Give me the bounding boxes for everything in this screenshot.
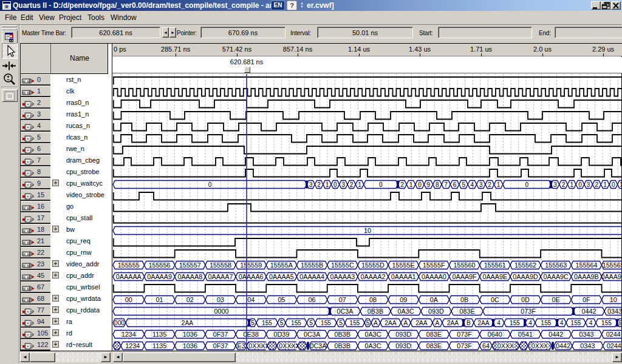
svg-text:0442: 0442	[549, 331, 563, 338]
svg-text:5: 5	[366, 320, 370, 326]
svg-text:0B: 0B	[460, 296, 468, 303]
svg-text:0XXX: 0XXX	[248, 342, 265, 349]
svg-text:0C3A: 0C3A	[310, 342, 327, 349]
svg-text:9: 9	[427, 181, 431, 188]
svg-text:0442: 0442	[556, 342, 570, 349]
svg-text:0D39: 0D39	[273, 331, 289, 338]
svg-text:2: 2	[562, 181, 566, 188]
svg-text:155: 155	[571, 320, 581, 326]
svg-text:4: 4	[528, 320, 532, 326]
svg-text:155555: 155555	[118, 261, 140, 269]
svg-text:01: 01	[156, 296, 163, 303]
svg-text:A: A	[436, 320, 440, 326]
svg-text:0E38: 0E38	[244, 331, 259, 338]
svg-text:073F: 073F	[457, 342, 472, 349]
svg-text:15555A: 15555A	[270, 261, 293, 269]
svg-text:0XXX: 0XXX	[279, 342, 296, 349]
svg-text:155565: 155565	[603, 261, 622, 269]
svg-text:155: 155	[291, 320, 301, 326]
svg-text:0: 0	[418, 181, 422, 188]
svg-text:1036: 1036	[183, 331, 197, 338]
svg-text:155556: 155556	[149, 261, 171, 269]
svg-text:0: 0	[525, 181, 529, 188]
svg-text:073F: 073F	[521, 308, 536, 315]
svg-text:2AA: 2AA	[447, 320, 459, 326]
svg-text:0: 0	[333, 181, 337, 188]
svg-text:0AAAA2: 0AAAA2	[361, 273, 386, 280]
svg-text:0AAAA7: 0AAAA7	[208, 273, 233, 280]
svg-text:15555C: 15555C	[331, 261, 354, 269]
svg-text:2AA: 2AA	[182, 320, 193, 326]
svg-text:2AA: 2AA	[415, 320, 427, 326]
svg-text:0F: 0F	[583, 296, 590, 303]
svg-text:04: 04	[247, 296, 255, 303]
svg-text:1: 1	[326, 181, 329, 188]
svg-text:0343: 0343	[580, 342, 595, 349]
svg-text:0640: 0640	[488, 331, 502, 338]
svg-text:0AAA9A: 0AAA9A	[601, 273, 622, 280]
svg-text:2AA: 2AA	[477, 320, 489, 326]
svg-text:09: 09	[400, 296, 407, 303]
svg-text:10: 10	[364, 227, 371, 234]
svg-text:155: 155	[510, 320, 520, 326]
svg-text:06: 06	[309, 296, 316, 303]
svg-text:0AAA9C: 0AAA9C	[543, 273, 569, 280]
svg-text:155564: 155564	[575, 261, 597, 269]
svg-text:0244: 0244	[607, 342, 621, 349]
svg-text:3: 3	[553, 181, 557, 188]
svg-text:155: 155	[350, 320, 360, 326]
svg-text:A: A	[374, 320, 378, 326]
svg-text:5: 5	[280, 320, 284, 326]
svg-text:5: 5	[309, 320, 313, 326]
svg-text:3: 3	[587, 181, 590, 188]
svg-text:4: 4	[471, 181, 474, 188]
svg-text:0: 0	[208, 181, 212, 188]
svg-text:2: 2	[400, 181, 404, 188]
svg-text:155562: 155562	[514, 261, 536, 269]
svg-text:03: 03	[217, 296, 224, 303]
svg-text:0AAA9D: 0AAA9D	[513, 273, 538, 280]
svg-text:64: 64	[482, 342, 490, 349]
svg-text:155563: 155563	[545, 261, 567, 269]
svg-text:1: 1	[620, 181, 622, 188]
svg-text:0AAA9B: 0AAA9B	[574, 273, 599, 280]
svg-text:0B3B: 0B3B	[335, 331, 350, 338]
svg-text:1: 1	[497, 181, 501, 188]
svg-text:05: 05	[278, 296, 285, 303]
svg-text:0A3C: 0A3C	[364, 331, 381, 338]
svg-text:02: 02	[186, 296, 194, 303]
svg-text:07: 07	[339, 296, 346, 303]
svg-text:0AAA9E: 0AAA9E	[482, 273, 507, 280]
svg-text:6: 6	[453, 181, 457, 188]
svg-text:E: E	[619, 320, 622, 326]
svg-text:0D: 0D	[521, 296, 530, 303]
svg-text:1: 1	[409, 181, 413, 188]
svg-text:0XXX: 0XXX	[531, 342, 549, 349]
svg-text:1: 1	[570, 181, 573, 188]
svg-text:1135: 1135	[152, 331, 166, 338]
svg-text:00: 00	[125, 296, 132, 303]
svg-text:5: 5	[339, 320, 343, 326]
svg-text:0AAAA8: 0AAAA8	[177, 273, 202, 280]
svg-text:2AA: 2AA	[384, 320, 396, 326]
svg-text:7: 7	[444, 181, 448, 188]
svg-text:1234: 1234	[125, 342, 140, 349]
svg-text:15555D: 15555D	[361, 261, 384, 269]
svg-text:10: 10	[610, 296, 617, 303]
svg-text:0000: 0000	[214, 308, 228, 315]
svg-text:0C: 0C	[491, 296, 499, 303]
svg-text:0F37: 0F37	[213, 342, 228, 349]
svg-text:155: 155	[321, 320, 331, 326]
svg-text:155: 155	[601, 320, 612, 326]
svg-text:0XXX: 0XXX	[497, 342, 514, 349]
svg-text:1: 1	[603, 181, 607, 188]
svg-text:155: 155	[541, 320, 552, 326]
svg-text:5: 5	[251, 320, 255, 326]
svg-text:093D: 093D	[428, 308, 444, 315]
svg-text:0AAAA6: 0AAAA6	[239, 273, 264, 280]
svg-text:0C3A: 0C3A	[304, 331, 321, 338]
svg-text:155557: 155557	[179, 261, 201, 269]
svg-text:155561: 155561	[484, 261, 506, 269]
svg-text:A: A	[404, 320, 408, 326]
svg-text:0AAAA3: 0AAAA3	[330, 273, 355, 280]
